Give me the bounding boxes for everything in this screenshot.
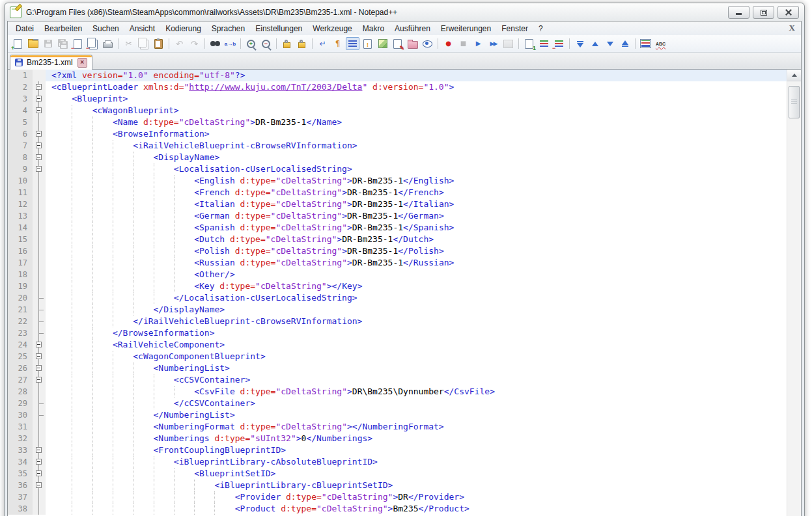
stop-macro-button[interactable]: ■ (456, 37, 470, 50)
fold-next-button[interactable] (603, 37, 617, 50)
copy-button[interactable] (137, 37, 150, 50)
undo-button[interactable]: ↶ (173, 37, 186, 50)
menu-werkzeuge[interactable]: Werkzeuge (307, 23, 357, 34)
run-macro-multiple-button[interactable]: ▶▶ (486, 37, 500, 50)
save-all-button[interactable] (56, 37, 70, 50)
minimize-button[interactable] (728, 6, 749, 19)
fold-box-minus-icon[interactable] (36, 166, 42, 172)
new-file-button[interactable]: + (11, 37, 25, 50)
sync-vertical-scrolling-button[interactable] (280, 37, 294, 50)
menu-ansicht[interactable]: Ansicht (124, 23, 160, 34)
line-number: 8 (8, 152, 33, 163)
file-monitoring-button[interactable] (421, 37, 434, 50)
editor[interactable]: 1<?xml version="1.0" encoding="utf-8"?>2… (8, 70, 801, 516)
fold-box-minus-icon[interactable] (36, 96, 42, 102)
fold-collapse-toggle[interactable] (33, 105, 46, 116)
close-file-button[interactable]: − (71, 37, 85, 50)
fold-collapse-toggle[interactable] (33, 362, 46, 374)
fold-box-minus-icon[interactable] (36, 84, 42, 90)
show-indent-guide-button[interactable] (346, 37, 359, 50)
indent-guide (133, 210, 133, 222)
vertical-scrollbar[interactable] (787, 70, 801, 516)
fold-collapse-toggle[interactable] (33, 93, 46, 105)
menu-close-icon[interactable]: X (789, 23, 795, 33)
fold-collapse-toggle[interactable] (33, 140, 46, 152)
fold-collapse-toggle[interactable] (33, 468, 46, 480)
fold-collapse-toggle[interactable] (33, 163, 46, 175)
restore-button[interactable] (753, 6, 774, 19)
fold-collapse-toggle[interactable] (33, 152, 46, 163)
title-bar[interactable]: G:\Program Files (x86)\Steam\SteamApps\c… (5, 3, 804, 21)
fold-box-minus-icon[interactable] (36, 131, 42, 137)
zoom-in-button[interactable]: + (244, 37, 258, 50)
menu-ausfhren[interactable]: Ausführen (389, 23, 436, 34)
word-wrap-button[interactable]: ↵ (316, 37, 329, 50)
menu-datei[interactable]: Datei (10, 23, 39, 34)
fold-box-minus-icon[interactable] (36, 143, 42, 148)
scroll-up-button[interactable] (787, 70, 801, 81)
uncollapse-all-button[interactable] (618, 37, 632, 50)
fold-collapse-toggle[interactable] (33, 444, 46, 456)
document-list-button[interactable] (537, 37, 551, 50)
document-panel-button[interactable] (639, 37, 652, 50)
menu-makro[interactable]: Makro (357, 23, 389, 34)
menu-erweiterungen[interactable]: Erweiterungen (436, 23, 496, 34)
collapse-all-button[interactable] (573, 37, 587, 50)
record-macro-button[interactable]: ● (441, 37, 455, 50)
code-line-34: 34 <iBlueprintLibrary-cAbsoluteBlueprint… (8, 456, 787, 468)
replace-button[interactable]: a→b (223, 37, 237, 50)
menu-suchen[interactable]: Suchen (87, 23, 124, 34)
open-file-button[interactable] (26, 37, 40, 50)
function-list-button[interactable]: ✎ (391, 37, 404, 50)
tab-bm235-1-xml[interactable]: Bm235-1.xml × (10, 55, 92, 70)
close-all-button[interactable]: − (86, 37, 100, 50)
fold-collapse-toggle[interactable] (33, 339, 46, 351)
fold-box-minus-icon[interactable] (36, 154, 42, 160)
fold-previous-button[interactable] (588, 37, 602, 50)
close-button[interactable] (777, 6, 799, 19)
fold-box-minus-icon[interactable] (36, 447, 42, 453)
sync-horizontal-scrolling-button[interactable] (295, 37, 309, 50)
fold-box-minus-icon[interactable] (36, 482, 42, 488)
fold-collapse-toggle[interactable] (33, 456, 46, 468)
folder-as-workspace-button[interactable] (406, 37, 419, 50)
code-tokens: <Localisation-cUserLocalisedString> (51, 164, 352, 174)
fold-box-minus-icon[interactable] (36, 107, 42, 113)
fold-collapse-toggle[interactable] (33, 480, 46, 491)
doc-switcher-button[interactable]: 1 (522, 37, 536, 50)
fold-box-minus-icon[interactable] (36, 365, 42, 371)
cut-button[interactable]: ✂ (122, 37, 135, 50)
document-map-button[interactable] (376, 37, 389, 50)
fold-collapse-toggle[interactable] (33, 351, 46, 362)
indent-guide (92, 374, 93, 386)
menu-fenster[interactable]: Fenster (496, 23, 533, 34)
fold-box-minus-icon[interactable] (36, 377, 42, 383)
fold-box-minus-icon[interactable] (36, 342, 42, 347)
print-button[interactable] (101, 37, 115, 50)
play-macro-button[interactable]: ▶ (471, 37, 485, 50)
find-button[interactable] (208, 37, 222, 50)
fold-collapse-toggle[interactable] (33, 128, 46, 140)
zoom-out-button[interactable]: − (259, 37, 273, 50)
fold-collapse-toggle[interactable] (33, 81, 46, 93)
spell-check-button[interactable]: ABC (654, 37, 667, 50)
show-all-characters-button[interactable]: ¶ (331, 37, 344, 50)
menu-sprachen[interactable]: Sprachen (206, 23, 250, 34)
fold-collapse-toggle[interactable] (33, 374, 46, 386)
tab-close-icon[interactable]: × (77, 58, 87, 68)
menu-bearbeiten[interactable]: Bearbeiten (39, 23, 87, 34)
fold-box-minus-icon[interactable] (36, 353, 42, 359)
scrollbar-thumb[interactable] (789, 86, 800, 118)
save-button[interactable] (41, 37, 55, 50)
fold-box-minus-icon[interactable] (36, 470, 42, 476)
menu-kodierung[interactable]: Kodierung (160, 23, 206, 34)
menu-help[interactable]: ? (533, 23, 548, 34)
document-list-remove-button[interactable]: − (552, 37, 566, 50)
redo-button[interactable]: ↷ (188, 37, 201, 50)
indent-guide (72, 421, 72, 433)
fold-box-minus-icon[interactable] (36, 459, 42, 465)
paste-button[interactable] (152, 37, 165, 50)
save-macro-button[interactable] (501, 37, 515, 50)
user-defined-dialog-button[interactable]: ! (361, 37, 374, 50)
menu-einstellungen[interactable]: Einstellungen (250, 23, 307, 34)
